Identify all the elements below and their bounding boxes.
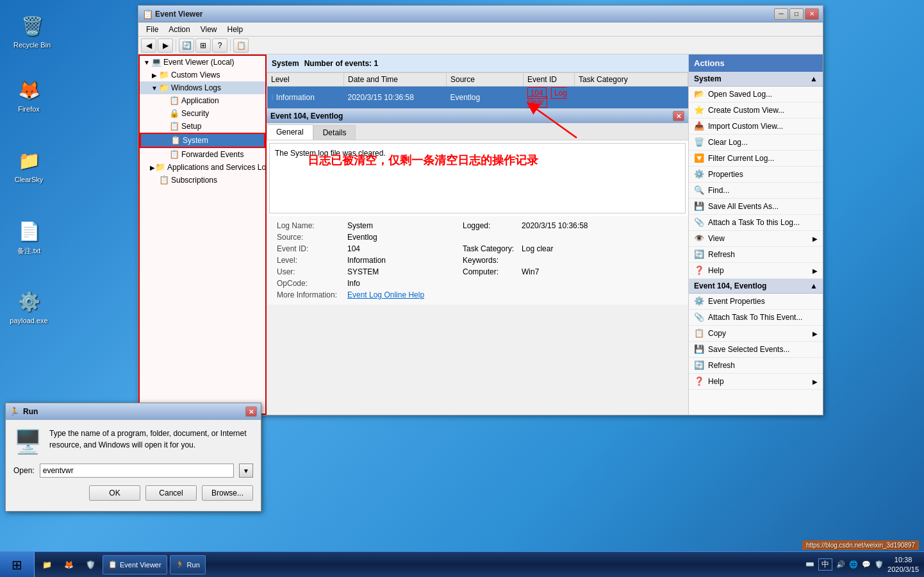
action-refresh-system[interactable]: 🔄 Refresh xyxy=(689,247,823,263)
save-all-icon: 💾 xyxy=(694,201,704,212)
action-clear-log[interactable]: 🗑️ Clear Log... xyxy=(689,135,823,151)
tree-windows-logs[interactable]: ▼ 📁 Windows Logs xyxy=(140,81,265,94)
action-import-custom-view[interactable]: 📥 Import Custom View... xyxy=(689,119,823,135)
maximize-button[interactable]: □ xyxy=(789,8,804,20)
event-viewer-window: 📋 Event Viewer ─ □ ✕ File Action View He… xyxy=(138,5,823,415)
action-event-properties[interactable]: ⚙️ Event Properties xyxy=(689,294,823,310)
action-find[interactable]: 🔍 Find... xyxy=(689,183,823,199)
tree-setup[interactable]: 📋 Setup xyxy=(140,120,265,133)
clear-log-label: Clear Log... xyxy=(708,138,748,147)
taskbar-run-icon: 🏃 xyxy=(176,560,185,569)
view-button[interactable]: ⊞ xyxy=(195,38,211,53)
tree-app-services[interactable]: ▶ 📁 Applications and Services Lo... xyxy=(140,161,265,174)
action-help-event[interactable]: ❓ Help ▶ xyxy=(689,374,823,390)
col-source[interactable]: Source xyxy=(447,73,524,87)
tree-application[interactable]: 📋 Application xyxy=(140,94,265,107)
taskbar-firefox-icon[interactable]: 🦊 xyxy=(59,555,78,574)
tree-security[interactable]: 🔒 Security xyxy=(140,107,265,120)
action-save-all-events[interactable]: 💾 Save All Events As... xyxy=(689,199,823,215)
properties-toolbar-button[interactable]: 📋 xyxy=(233,38,249,53)
ev-table-container[interactable]: Level Date and Time Source Event ID Task… xyxy=(267,72,688,108)
menu-file[interactable]: File xyxy=(141,24,163,35)
source-label: Source: xyxy=(273,231,343,243)
ev-sidebar: ▼ 💻 Event Viewer (Local) ▶ 📁 Custom View… xyxy=(138,54,267,415)
menu-help[interactable]: Help xyxy=(222,24,249,35)
event-section-collapse[interactable]: ▲ xyxy=(810,281,818,290)
taskbar-event-viewer-item[interactable]: 📋 Event Viewer xyxy=(103,555,167,574)
tray-network-icon[interactable]: 🌐 xyxy=(849,560,858,569)
tray-im-icon[interactable]: 💬 xyxy=(862,560,871,569)
taskbar: ⊞ 📁 🦊 🛡️ 📋 Event Viewer 🏃 Run ⌨️ 中 🔊 🌐 💬… xyxy=(0,551,924,577)
tray-cn-label[interactable]: 中 xyxy=(818,558,832,571)
col-datetime[interactable]: Date and Time xyxy=(344,73,447,87)
action-save-selected[interactable]: 💾 Save Selected Events... xyxy=(689,342,823,358)
filter-label: Filter Current Log... xyxy=(708,154,774,163)
tree-root[interactable]: ▼ 💻 Event Viewer (Local) xyxy=(140,56,265,69)
taskbar-folder-icon[interactable]: 📁 xyxy=(37,555,56,574)
blog-watermark: https://blog.csdn.net/weixin_3d190897 xyxy=(802,540,919,550)
desktop-icon-clearsky[interactable]: 📁 ClearSky xyxy=(6,147,51,183)
recycle-bin-label: Recycle Bin xyxy=(13,41,51,49)
col-eventid[interactable]: Event ID xyxy=(524,73,575,87)
menu-action[interactable]: Action xyxy=(163,24,195,35)
tray-keyboard-icon[interactable]: ⌨️ xyxy=(805,560,814,569)
tab-general[interactable]: General xyxy=(267,124,313,140)
action-filter-log[interactable]: 🔽 Filter Current Log... xyxy=(689,151,823,167)
detail-close-button[interactable]: ✕ xyxy=(673,111,684,121)
run-ok-button[interactable]: OK xyxy=(89,485,140,501)
action-attach-task[interactable]: 📎 Attach a Task To this Log... xyxy=(689,215,823,231)
action-create-custom-view[interactable]: ⭐ Create Custom View... xyxy=(689,103,823,119)
source-value: Eventlog xyxy=(343,231,459,243)
ev-title-text: Event Viewer xyxy=(155,10,774,19)
run-open-input[interactable] xyxy=(40,464,234,478)
col-taskcategory[interactable]: Task Category xyxy=(575,73,688,87)
table-row[interactable]: ℹ Information 2020/3/15 10:36:58 Eventlo… xyxy=(267,87,688,109)
refresh-event-icon: 🔄 xyxy=(694,360,704,371)
desktop-icon-payload[interactable]: ⚙️ payload.exe xyxy=(6,288,51,324)
action-refresh-event[interactable]: 🔄 Refresh xyxy=(689,358,823,374)
taskbar-run-item[interactable]: 🏃 Run xyxy=(170,555,206,574)
taskcategory-label: Task Category: xyxy=(459,243,518,255)
refresh-toolbar-button[interactable]: 🔄 xyxy=(179,38,194,53)
help-toolbar-button[interactable]: ? xyxy=(212,38,227,53)
forward-button[interactable]: ▶ xyxy=(158,38,173,53)
clearsky-label: ClearSky xyxy=(15,176,44,183)
tree-custom-views[interactable]: ▶ 📁 Custom Views xyxy=(140,69,265,81)
action-open-saved-log[interactable]: 📂 Open Saved Log... xyxy=(689,87,823,103)
payload-icon: ⚙️ xyxy=(16,288,42,314)
more-info-link[interactable]: Event Log Online Help xyxy=(343,289,591,301)
back-button[interactable]: ◀ xyxy=(141,38,156,53)
run-dropdown-button[interactable]: ▼ xyxy=(239,464,253,478)
action-help-system[interactable]: ❓ Help ▶ xyxy=(689,263,823,279)
desktop-icon-recycle-bin[interactable]: 🗑️ Recycle Bin xyxy=(10,13,54,49)
action-properties[interactable]: ⚙️ Properties xyxy=(689,167,823,183)
taskbar-shield-icon[interactable]: 🛡️ xyxy=(81,555,100,574)
user-label: User: xyxy=(273,266,343,278)
cell-source: Eventlog xyxy=(447,87,524,109)
level-value: Information xyxy=(343,255,459,266)
tab-details[interactable]: Details xyxy=(313,125,356,140)
col-level[interactable]: Level xyxy=(267,73,344,87)
tray-security-icon[interactable]: 🛡️ xyxy=(875,560,884,569)
start-button[interactable]: ⊞ xyxy=(0,552,35,577)
tray-volume-icon[interactable]: 🔊 xyxy=(836,560,845,569)
action-copy[interactable]: 📋 Copy ▶ xyxy=(689,326,823,342)
close-button[interactable]: ✕ xyxy=(805,8,819,20)
menu-view[interactable]: View xyxy=(195,24,222,35)
action-attach-event-task[interactable]: 📎 Attach Task To This Event... xyxy=(689,310,823,326)
import-view-icon: 📥 xyxy=(694,121,704,131)
run-browse-button[interactable]: Browse... xyxy=(202,485,253,501)
actions-event-header: Event 104, Eventlog ▲ xyxy=(689,279,823,294)
desktop-icon-biji[interactable]: 📄 备注.txt xyxy=(6,218,51,256)
run-buttons: OK Cancel Browse... xyxy=(13,485,253,501)
action-view[interactable]: 👁️ View ▶ xyxy=(689,231,823,247)
run-cancel-button[interactable]: Cancel xyxy=(145,485,197,501)
minimize-button[interactable]: ─ xyxy=(774,8,788,20)
tree-subscriptions[interactable]: 📋 Subscriptions xyxy=(140,174,265,187)
run-close-button[interactable]: ✕ xyxy=(245,406,257,417)
setup-icon: 📋 xyxy=(169,121,179,131)
system-section-collapse[interactable]: ▲ xyxy=(810,74,818,83)
desktop-icon-firefox[interactable]: 🦊 Firefox xyxy=(6,77,51,113)
tree-system[interactable]: 📋 System xyxy=(140,133,265,148)
tree-forwarded[interactable]: 📋 Forwarded Events xyxy=(140,148,265,161)
